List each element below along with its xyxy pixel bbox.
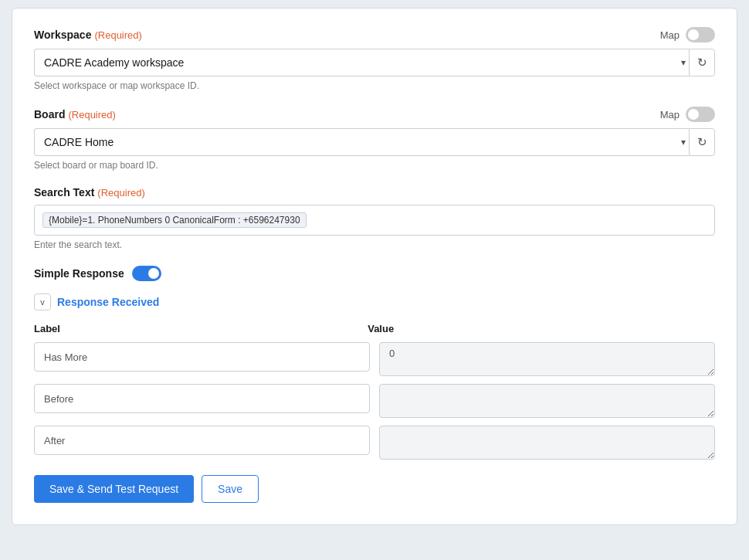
workspace-label-text: Workspace <box>34 29 91 41</box>
search-text-label-row: Search Text(Required) <box>34 186 715 199</box>
board-required: (Required) <box>68 109 115 120</box>
response-received-header[interactable]: v Response Received <box>34 294 715 311</box>
table-row: 0 <box>34 342 715 376</box>
board-map-toggle-slider <box>686 107 715 122</box>
board-map-row: Map <box>660 107 715 122</box>
board-select-wrapper: CADRE Home ▾ ↻ <box>34 128 715 156</box>
table-row <box>34 384 715 418</box>
save-and-send-button[interactable]: Save & Send Test Request <box>34 475 194 503</box>
workspace-map-label: Map <box>660 29 680 41</box>
board-refresh-icon: ↻ <box>697 135 707 149</box>
lv-value-textarea-3[interactable] <box>379 426 715 460</box>
chevron-symbol: v <box>40 297 45 307</box>
search-text-token-label: {Mobile}= <box>49 215 87 226</box>
response-received-label: Response Received <box>57 296 159 308</box>
main-card: Workspace(Required) Map CADRE Academy wo… <box>12 8 737 525</box>
lv-value-textarea-1[interactable]: 0 <box>379 342 715 376</box>
buttons-row: Save & Send Test Request Save <box>34 475 715 503</box>
board-label-row: Board(Required) Map <box>34 107 715 122</box>
response-received-chevron-icon: v <box>34 294 51 311</box>
board-label-text: Board <box>34 108 65 120</box>
lv-label-header: Label <box>34 323 368 334</box>
search-text-hint: Enter the search text. <box>34 239 715 250</box>
simple-response-toggle[interactable] <box>132 266 161 281</box>
lv-value-header: Value <box>368 323 715 334</box>
workspace-refresh-icon: ↻ <box>697 56 707 70</box>
search-text-required: (Required) <box>97 187 144 199</box>
workspace-label-row: Workspace(Required) Map <box>34 27 715 42</box>
save-button[interactable]: Save <box>202 475 259 503</box>
workspace-map-toggle[interactable] <box>686 27 715 42</box>
workspace-label: Workspace(Required) <box>34 29 142 41</box>
board-label: Board(Required) <box>34 108 116 120</box>
lv-label-input-2[interactable] <box>34 384 370 413</box>
board-hint: Select board or map board ID. <box>34 160 715 171</box>
table-row <box>34 426 715 460</box>
lv-label-input-1[interactable] <box>34 342 370 372</box>
workspace-select-wrapper: CADRE Academy workspace ▾ ↻ <box>34 49 715 76</box>
workspace-map-toggle-slider <box>686 27 715 42</box>
workspace-map-row: Map <box>660 27 715 42</box>
board-map-toggle[interactable] <box>686 107 715 122</box>
search-text-input-display[interactable]: {Mobile}= 1. PhoneNumbers 0 CanonicalFor… <box>34 205 715 236</box>
simple-response-toggle-slider <box>132 266 161 281</box>
board-select[interactable]: CADRE Home <box>34 128 689 156</box>
search-text-field-group: Search Text(Required) {Mobile}= 1. Phone… <box>34 186 715 250</box>
simple-response-label: Simple Response <box>34 267 124 280</box>
workspace-required: (Required) <box>94 29 141 41</box>
lv-label-input-3[interactable] <box>34 426 370 455</box>
search-text-label: Search Text(Required) <box>34 186 145 199</box>
workspace-hint: Select workspace or map workspace ID. <box>34 80 715 91</box>
board-map-label: Map <box>660 109 680 120</box>
workspace-field-group: Workspace(Required) Map CADRE Academy wo… <box>34 27 715 91</box>
search-text-token: {Mobile}= 1. PhoneNumbers 0 CanonicalFor… <box>42 212 307 228</box>
board-field-group: Board(Required) Map CADRE Home ▾ ↻ Selec… <box>34 107 715 171</box>
board-refresh-button[interactable]: ↻ <box>689 128 715 156</box>
search-text-token-value: 1. PhoneNumbers 0 CanonicalForm : +65962… <box>87 215 300 226</box>
workspace-refresh-button[interactable]: ↻ <box>689 49 715 76</box>
search-text-label-text: Search Text <box>34 186 94 199</box>
lv-headers: Label Value <box>34 323 715 334</box>
workspace-select[interactable]: CADRE Academy workspace <box>34 49 689 76</box>
lv-value-textarea-2[interactable] <box>379 384 715 418</box>
simple-response-row: Simple Response <box>34 266 715 281</box>
